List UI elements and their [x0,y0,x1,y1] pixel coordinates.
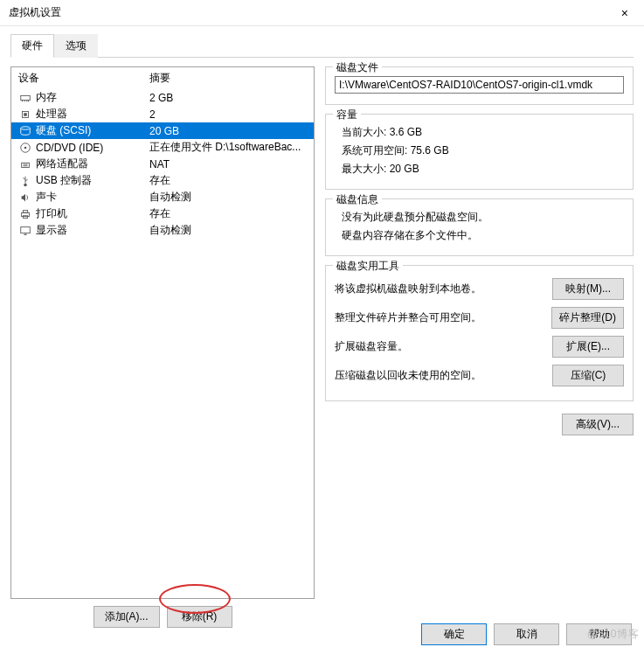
defrag-button[interactable]: 碎片整理(D) [551,307,624,329]
diskinfo-legend: 磁盘信息 [333,192,382,207]
device-summary: 存在 [149,206,307,221]
expand-button[interactable]: 扩展(E)... [552,336,624,358]
device-row-display[interactable]: 显示器自动检测 [11,222,314,239]
diskinfo-line2: 硬盘内容存储在多个文件中。 [335,226,624,245]
device-name: 内存 [36,90,149,105]
device-summary: 2 GB [149,92,307,104]
tab-bar: 硬件 选项 [10,33,634,58]
help-button[interactable]: 帮助 [566,623,632,645]
device-name: 声卡 [36,190,149,205]
device-summary: NAT [149,158,307,170]
device-name: USB 控制器 [36,173,149,188]
device-name: 网络适配器 [36,157,149,171]
compact-button[interactable]: 压缩(C) [552,365,624,386]
util-map-row: 将该虚拟机磁盘映射到本地卷。 映射(M)... [335,275,624,303]
util-compact-label: 压缩磁盘以回收未使用的空间。 [335,368,545,383]
map-button[interactable]: 映射(M)... [552,278,624,300]
diskfile-input[interactable] [335,76,624,94]
capacity-free: 系统可用空间: 75.6 GB [335,142,624,160]
tab-options[interactable]: 选项 [54,34,98,58]
device-row-printer[interactable]: 打印机存在 [11,205,314,222]
device-name: CD/DVD (IDE) [36,142,149,154]
utilities-legend: 磁盘实用工具 [333,259,403,274]
util-defrag-row: 整理文件碎片并整合可用空间。 碎片整理(D) [335,303,624,332]
advanced-button[interactable]: 高级(V)... [562,414,634,435]
device-name: 处理器 [36,107,149,122]
diskfile-group: 磁盘文件 [325,66,634,105]
content-area: 硬件 选项 设备 摘要 内存2 GB处理器2硬盘 (SCSI)20 GBCD/D… [0,26,644,635]
device-summary: 2 [149,108,307,121]
util-compact-row: 压缩磁盘以回收未使用的空间。 压缩(C) [335,361,624,390]
window-title: 虚拟机设置 [9,5,61,20]
device-row-memory[interactable]: 内存2 GB [11,89,314,106]
close-icon[interactable]: × [614,4,635,22]
device-row-sound[interactable]: 声卡自动检测 [11,189,314,205]
util-map-label: 将该虚拟机磁盘映射到本地卷。 [335,282,545,296]
cancel-button[interactable]: 取消 [494,623,559,645]
device-name: 硬盘 (SCSI) [36,123,149,138]
svg-point-9 [24,146,27,149]
capacity-max: 最大大小: 20 GB [335,160,624,178]
util-expand-label: 扩展磁盘容量。 [335,339,545,354]
device-summary: 20 GB [149,125,307,137]
util-defrag-label: 整理文件碎片并整合可用空间。 [335,310,544,325]
diskfile-legend: 磁盘文件 [333,60,382,75]
diskinfo-group: 磁盘信息 没有为此硬盘预分配磁盘空间。 硬盘内容存储在多个文件中。 [325,198,634,256]
device-summary: 自动检测 [149,190,307,205]
capacity-current: 当前大小: 3.6 GB [335,123,624,142]
svg-rect-16 [23,210,27,212]
sound-icon [18,191,32,205]
svg-rect-6 [24,113,27,116]
device-summary: 自动检测 [149,223,307,238]
tab-body: 设备 摘要 内存2 GB处理器2硬盘 (SCSI)20 GBCD/DVD (ID… [10,58,634,628]
device-row-cpu[interactable]: 处理器2 [11,106,314,122]
dialog-buttons: 确定 取消 帮助 [421,623,632,645]
svg-rect-0 [21,95,31,100]
list-header: 设备 摘要 [11,67,314,89]
diskinfo-line1: 没有为此硬盘预分配磁盘空间。 [335,208,624,226]
device-list: 设备 摘要 内存2 GB处理器2硬盘 (SCSI)20 GBCD/DVD (ID… [10,66,315,599]
disk-icon [18,124,32,138]
memory-icon [18,91,32,105]
advanced-row: 高级(V)... [325,410,634,435]
usb-icon [18,174,32,188]
svg-rect-18 [21,226,31,233]
util-expand-row: 扩展磁盘容量。 扩展(E)... [335,332,624,361]
titlebar: 虚拟机设置 × [0,0,644,26]
printer-icon [18,207,32,221]
device-row-usb[interactable]: USB 控制器存在 [11,172,314,189]
add-button[interactable]: 添加(A)... [93,606,160,628]
device-row-disk[interactable]: 硬盘 (SCSI)20 GB [11,122,314,139]
ok-button[interactable]: 确定 [421,623,487,645]
capacity-legend: 容量 [333,108,361,122]
remove-button[interactable]: 移除(R) [167,606,232,628]
net-icon [18,157,32,171]
cpu-icon [18,108,32,122]
header-device: 设备 [18,71,149,86]
device-row-cd[interactable]: CD/DVD (IDE)正在使用文件 D:\1softwareBac... [11,139,314,156]
svg-point-13 [24,183,27,186]
device-name: 显示器 [36,223,149,238]
capacity-group: 容量 当前大小: 3.6 GB 系统可用空间: 75.6 GB 最大大小: 20… [325,114,634,190]
left-panel: 设备 摘要 内存2 GB处理器2硬盘 (SCSI)20 GBCD/DVD (ID… [10,66,315,628]
header-summary: 摘要 [149,71,307,86]
svg-point-7 [21,126,31,129]
device-summary: 存在 [149,173,307,188]
display-icon [18,224,32,238]
svg-rect-10 [22,163,30,167]
tab-hardware[interactable]: 硬件 [10,34,54,58]
cd-icon [18,141,32,155]
device-summary: 正在使用文件 D:\1softwareBac... [149,140,307,155]
utilities-group: 磁盘实用工具 将该虚拟机磁盘映射到本地卷。 映射(M)... 整理文件碎片并整合… [325,265,634,401]
device-name: 打印机 [36,206,149,221]
device-row-net[interactable]: 网络适配器NAT [11,156,314,172]
right-panel: 磁盘文件 容量 当前大小: 3.6 GB 系统可用空间: 75.6 GB 最大大… [325,66,634,628]
left-buttons: 添加(A)... 移除(R) [10,599,315,628]
